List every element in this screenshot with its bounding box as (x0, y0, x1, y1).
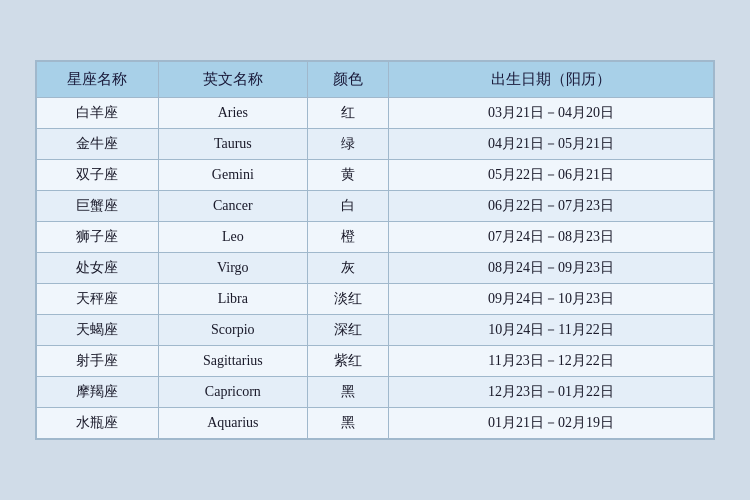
cell-english: Aquarius (158, 408, 307, 439)
cell-color: 白 (307, 191, 388, 222)
cell-date: 07月24日－08月23日 (389, 222, 714, 253)
table-row: 水瓶座Aquarius黑01月21日－02月19日 (37, 408, 714, 439)
cell-chinese: 双子座 (37, 160, 159, 191)
cell-english: Sagittarius (158, 346, 307, 377)
cell-chinese: 天蝎座 (37, 315, 159, 346)
cell-color: 黄 (307, 160, 388, 191)
header-english: 英文名称 (158, 62, 307, 98)
cell-chinese: 射手座 (37, 346, 159, 377)
table-row: 天蝎座Scorpio深红10月24日－11月22日 (37, 315, 714, 346)
cell-chinese: 摩羯座 (37, 377, 159, 408)
table-row: 巨蟹座Cancer白06月22日－07月23日 (37, 191, 714, 222)
cell-color: 灰 (307, 253, 388, 284)
table-row: 金牛座Taurus绿04月21日－05月21日 (37, 129, 714, 160)
cell-english: Taurus (158, 129, 307, 160)
cell-color: 深红 (307, 315, 388, 346)
cell-date: 12月23日－01月22日 (389, 377, 714, 408)
table-row: 摩羯座Capricorn黑12月23日－01月22日 (37, 377, 714, 408)
cell-date: 01月21日－02月19日 (389, 408, 714, 439)
table-row: 处女座Virgo灰08月24日－09月23日 (37, 253, 714, 284)
cell-date: 10月24日－11月22日 (389, 315, 714, 346)
cell-chinese: 狮子座 (37, 222, 159, 253)
cell-chinese: 处女座 (37, 253, 159, 284)
cell-color: 黑 (307, 408, 388, 439)
cell-english: Leo (158, 222, 307, 253)
cell-date: 11月23日－12月22日 (389, 346, 714, 377)
cell-chinese: 白羊座 (37, 98, 159, 129)
cell-color: 红 (307, 98, 388, 129)
table-row: 天秤座Libra淡红09月24日－10月23日 (37, 284, 714, 315)
cell-color: 黑 (307, 377, 388, 408)
cell-date: 06月22日－07月23日 (389, 191, 714, 222)
cell-english: Libra (158, 284, 307, 315)
cell-date: 03月21日－04月20日 (389, 98, 714, 129)
zodiac-table-container: 星座名称 英文名称 颜色 出生日期（阳历） 白羊座Aries红03月21日－04… (35, 60, 715, 440)
cell-english: Gemini (158, 160, 307, 191)
table-row: 白羊座Aries红03月21日－04月20日 (37, 98, 714, 129)
cell-color: 紫红 (307, 346, 388, 377)
table-row: 双子座Gemini黄05月22日－06月21日 (37, 160, 714, 191)
cell-english: Aries (158, 98, 307, 129)
cell-date: 05月22日－06月21日 (389, 160, 714, 191)
zodiac-table: 星座名称 英文名称 颜色 出生日期（阳历） 白羊座Aries红03月21日－04… (36, 61, 714, 439)
cell-english: Cancer (158, 191, 307, 222)
cell-english: Virgo (158, 253, 307, 284)
cell-date: 08月24日－09月23日 (389, 253, 714, 284)
table-row: 射手座Sagittarius紫红11月23日－12月22日 (37, 346, 714, 377)
header-color: 颜色 (307, 62, 388, 98)
cell-chinese: 天秤座 (37, 284, 159, 315)
cell-color: 绿 (307, 129, 388, 160)
cell-chinese: 水瓶座 (37, 408, 159, 439)
cell-english: Scorpio (158, 315, 307, 346)
cell-english: Capricorn (158, 377, 307, 408)
header-chinese: 星座名称 (37, 62, 159, 98)
cell-chinese: 巨蟹座 (37, 191, 159, 222)
cell-color: 橙 (307, 222, 388, 253)
cell-date: 04月21日－05月21日 (389, 129, 714, 160)
table-header-row: 星座名称 英文名称 颜色 出生日期（阳历） (37, 62, 714, 98)
cell-chinese: 金牛座 (37, 129, 159, 160)
table-row: 狮子座Leo橙07月24日－08月23日 (37, 222, 714, 253)
cell-date: 09月24日－10月23日 (389, 284, 714, 315)
header-date: 出生日期（阳历） (389, 62, 714, 98)
cell-color: 淡红 (307, 284, 388, 315)
